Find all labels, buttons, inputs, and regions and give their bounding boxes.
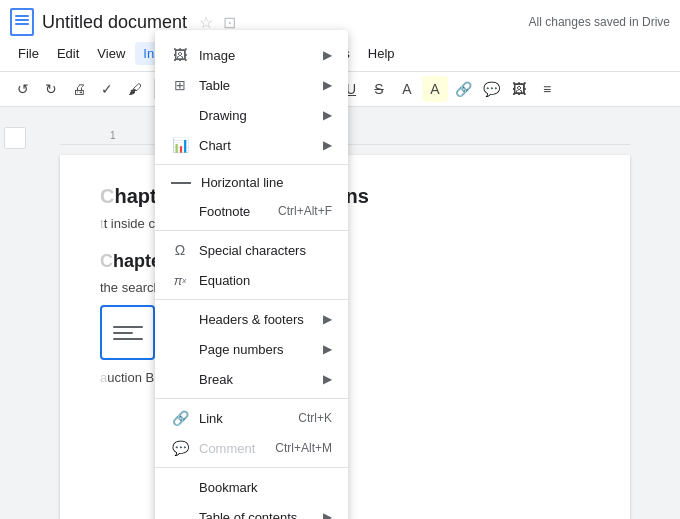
menu-item-footnote[interactable]: Footnote Ctrl+Alt+F — [155, 196, 348, 226]
drive-icon[interactable]: ⊡ — [223, 13, 236, 32]
menu-item-special-characters[interactable]: Ω Special characters — [155, 235, 348, 265]
link-icon: 🔗 — [171, 409, 189, 427]
menu-group-4: Headers & footers ▶ Page numbers ▶ Break… — [155, 300, 348, 399]
menu-group-3: Ω Special characters πx Equation — [155, 231, 348, 300]
link-button[interactable]: 🔗 — [450, 76, 476, 102]
star-icon[interactable]: ☆ — [199, 13, 213, 32]
print-button[interactable]: 🖨 — [66, 76, 92, 102]
headers-icon — [171, 310, 189, 328]
menu-item-drawing[interactable]: Drawing ▶ — [155, 100, 348, 130]
doc-line-2 — [15, 19, 29, 21]
submenu-arrow: ▶ — [323, 510, 332, 519]
undo-button[interactable]: ↺ — [10, 76, 36, 102]
menu-item-page-numbers[interactable]: Page numbers ▶ — [155, 334, 348, 364]
image-icon: 🖼 — [171, 46, 189, 64]
toc-icon — [171, 508, 189, 519]
image-button[interactable]: 🖼 — [506, 76, 532, 102]
menu-item-table[interactable]: ⊞ Table ▶ — [155, 70, 348, 100]
menu-item-horizontal-line[interactable]: Horizontal line — [155, 169, 348, 196]
paint-format-button[interactable]: 🖌 — [122, 76, 148, 102]
highlight-button[interactable]: A — [422, 76, 448, 102]
doc-line-1 — [15, 15, 29, 17]
card-line — [113, 332, 133, 334]
menu-item-break[interactable]: Break ▶ — [155, 364, 348, 394]
hr-icon — [171, 182, 191, 184]
card-line — [113, 338, 143, 340]
insert-dropdown-menu: 🖼 Image ▶ ⊞ Table ▶ Drawing ▶ 📊 Chart ▶ … — [155, 30, 348, 519]
card-lines-1 — [113, 326, 143, 340]
save-status: All changes saved in Drive — [529, 15, 670, 29]
side-panel — [0, 107, 30, 516]
break-icon — [171, 370, 189, 388]
submenu-arrow: ▶ — [323, 48, 332, 62]
side-icon — [4, 127, 26, 149]
menu-edit[interactable]: Edit — [49, 42, 87, 65]
doc-line-3 — [15, 23, 29, 25]
submenu-arrow: ▶ — [323, 342, 332, 356]
menu-file[interactable]: File — [10, 42, 47, 65]
menu-group-2: Horizontal line Footnote Ctrl+Alt+F — [155, 165, 348, 231]
comment-icon: 💬 — [171, 439, 189, 457]
menu-item-bookmark[interactable]: Bookmark — [155, 472, 348, 502]
menu-item-equation[interactable]: πx Equation — [155, 265, 348, 295]
bookmark-icon — [171, 478, 189, 496]
menu-item-image[interactable]: 🖼 Image ▶ — [155, 40, 348, 70]
card-line — [113, 326, 143, 328]
align-button[interactable]: ≡ — [534, 76, 560, 102]
submenu-arrow: ▶ — [323, 78, 332, 92]
insert-card-1[interactable] — [100, 305, 155, 360]
pi-icon: πx — [171, 271, 189, 289]
right-side — [660, 107, 680, 516]
menu-group-6: Bookmark Table of contents ▶ — [155, 468, 348, 519]
drawing-icon — [171, 106, 189, 124]
submenu-arrow: ▶ — [323, 312, 332, 326]
omega-icon: Ω — [171, 241, 189, 259]
menu-item-headers-footers[interactable]: Headers & footers ▶ — [155, 304, 348, 334]
menu-group-1: 🖼 Image ▶ ⊞ Table ▶ Drawing ▶ 📊 Chart ▶ — [155, 36, 348, 165]
menu-group-5: 🔗 Link Ctrl+K 💬 Comment Ctrl+Alt+M — [155, 399, 348, 468]
comment-button[interactable]: 💬 — [478, 76, 504, 102]
menu-item-table-of-contents[interactable]: Table of contents ▶ — [155, 502, 348, 519]
chart-icon: 📊 — [171, 136, 189, 154]
page-numbers-icon — [171, 340, 189, 358]
redo-button[interactable]: ↻ — [38, 76, 64, 102]
menu-item-chart[interactable]: 📊 Chart ▶ — [155, 130, 348, 160]
spellcheck-button[interactable]: ✓ — [94, 76, 120, 102]
menu-help[interactable]: Help — [360, 42, 403, 65]
strikethrough-button[interactable]: S — [366, 76, 392, 102]
table-icon: ⊞ — [171, 76, 189, 94]
submenu-arrow: ▶ — [323, 138, 332, 152]
text-color-button[interactable]: A — [394, 76, 420, 102]
submenu-arrow: ▶ — [323, 108, 332, 122]
footnote-icon — [171, 202, 189, 220]
menu-view[interactable]: View — [89, 42, 133, 65]
menu-item-comment[interactable]: 💬 Comment Ctrl+Alt+M — [155, 433, 348, 463]
doc-icon-lines — [15, 15, 29, 27]
menu-item-link[interactable]: 🔗 Link Ctrl+K — [155, 403, 348, 433]
docs-logo — [10, 8, 34, 36]
submenu-arrow: ▶ — [323, 372, 332, 386]
